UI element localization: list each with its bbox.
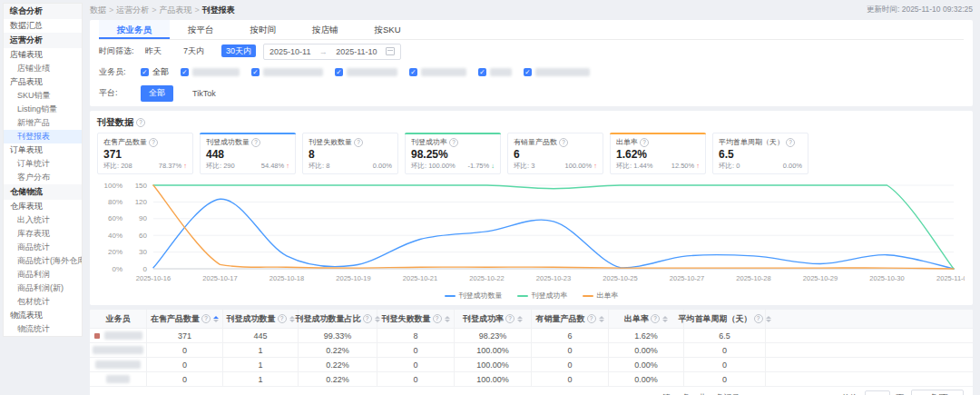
legend-item[interactable]: 刊登成功率 xyxy=(517,291,568,301)
column-header[interactable]: 在售产品数量? xyxy=(147,310,223,328)
svg-text:20%: 20% xyxy=(108,248,122,256)
line-chart[interactable]: 0%020%3040%6060%9080%120100%1502025-10-1… xyxy=(97,180,965,287)
column-header[interactable]: 平均首单周期（天）? xyxy=(684,310,766,328)
arrow-up-icon: ↑ xyxy=(284,162,289,170)
table-row[interactable]: 37144599.33%898.23%61.62%6.5 xyxy=(90,329,973,343)
table-cell: 0 xyxy=(377,358,455,371)
sidebar-item[interactable]: 订单统计 xyxy=(4,157,82,171)
tab-1[interactable]: 按平台 xyxy=(170,20,232,39)
sidebar-item[interactable]: 客户分布 xyxy=(4,171,82,184)
table-row[interactable]: 010.22%0100.00%00.00%0 xyxy=(90,343,973,358)
breadcrumb-item[interactable]: 产品表现 xyxy=(160,5,192,15)
stat-card-change-value: 78.37% xyxy=(159,162,181,170)
salesperson-checkbox[interactable]: ✓ xyxy=(409,68,466,76)
salesperson-filter-label: 业务员: xyxy=(99,66,141,78)
chart-legend: 刊登成功数量刊登成功率出单率 xyxy=(97,289,965,305)
salesperson-checkbox-list: ✓全部✓✓✓✓✓✓ xyxy=(141,66,602,78)
sort-icon[interactable] xyxy=(599,316,604,322)
column-header[interactable]: 刊登成功数量占比? xyxy=(299,310,377,328)
help-icon: ? xyxy=(587,314,596,323)
column-header[interactable]: 刊登成功率? xyxy=(455,310,532,328)
sidebar-item[interactable]: 店铺表现 xyxy=(4,48,82,62)
sidebar-item[interactable]: Listing销量 xyxy=(4,103,82,116)
stats-title: 刊登数据 xyxy=(97,116,133,129)
table-cell: 1 xyxy=(223,372,299,386)
sidebar-item[interactable]: 商品利润(新) xyxy=(4,281,82,295)
sidebar-item[interactable]: 产品表现 xyxy=(4,75,82,89)
column-header[interactable]: 有销量产品数? xyxy=(532,310,609,328)
salesperson-all-checkbox[interactable]: ✓全部 xyxy=(141,66,169,78)
sidebar-item[interactable]: 店铺业绩 xyxy=(4,62,82,75)
table-cell: 1.62% xyxy=(609,329,684,342)
legend-item[interactable]: 刊登成功数量 xyxy=(445,291,503,301)
svg-text:2025-10-29: 2025-10-29 xyxy=(803,274,838,282)
sidebar-item[interactable]: 数据汇总 xyxy=(4,19,82,33)
sort-icon[interactable] xyxy=(662,316,668,322)
table-cell: 0 xyxy=(532,372,609,386)
legend-item[interactable]: 出单率 xyxy=(583,291,619,301)
sidebar-item[interactable]: SKU销量 xyxy=(4,89,82,103)
salesperson-checkbox[interactable]: ✓ xyxy=(478,68,512,76)
sidebar-item[interactable]: 商品统计 xyxy=(4,241,82,254)
stat-card: 刊登失败数量?8环比: 80.00% xyxy=(302,133,398,174)
stat-card-label-row: 刊登失败数量? xyxy=(309,137,392,147)
table-cell: 98.23% xyxy=(455,329,532,342)
sidebar-item[interactable]: 商品统计(海外仓库) xyxy=(4,254,82,268)
stat-card-change: 0.00% xyxy=(373,162,392,171)
sidebar-item[interactable]: 订单表现 xyxy=(4,143,82,157)
tab-0[interactable]: 按业务员 xyxy=(99,20,170,39)
masked-name xyxy=(95,360,141,369)
tab-4[interactable]: 按SKU xyxy=(357,20,419,39)
sort-icon[interactable] xyxy=(213,316,219,322)
sidebar-item[interactable]: 商品利润 xyxy=(4,268,82,281)
svg-text:2025-10-22: 2025-10-22 xyxy=(469,274,504,282)
help-icon: ? xyxy=(449,138,458,147)
salesperson-checkbox[interactable]: ✓ xyxy=(251,68,323,76)
sidebar-item[interactable]: 物流表现 xyxy=(4,309,82,322)
platform-options: 全部TikTok xyxy=(141,85,224,102)
svg-text:60: 60 xyxy=(139,232,147,240)
table-cell: 0 xyxy=(532,358,609,371)
sort-icon[interactable] xyxy=(445,316,450,322)
sidebar-item[interactable]: 仓库表现 xyxy=(4,200,82,213)
platform-option[interactable]: 全部 xyxy=(141,85,173,102)
table-row[interactable]: 010.22%0100.00%00.00%0 xyxy=(90,372,973,387)
sort-icon[interactable] xyxy=(517,316,523,322)
salesperson-checkbox[interactable]: ✓ xyxy=(524,68,590,76)
tab-2[interactable]: 按时间 xyxy=(232,20,295,39)
platform-filter-row: 平台: 全部TikTok xyxy=(99,84,964,103)
tabs: 按业务员按平台按时间按店铺按SKU xyxy=(99,20,964,40)
time-option[interactable]: 昨天 xyxy=(141,44,166,57)
help-icon: ? xyxy=(363,314,372,323)
sidebar-item[interactable]: 库存表现 xyxy=(4,227,82,241)
table-cell: 445 xyxy=(223,329,299,342)
breadcrumb-item[interactable]: 运营分析 xyxy=(116,5,149,15)
table-row[interactable]: 010.22%0100.00%00.00%0 xyxy=(90,358,973,372)
goto-page-input[interactable] xyxy=(865,390,890,395)
sidebar-item-active[interactable]: 刊登报表 xyxy=(4,130,82,143)
time-option[interactable]: 30天内 xyxy=(221,44,256,57)
svg-text:2025-10-19: 2025-10-19 xyxy=(336,274,370,282)
tab-3[interactable]: 按店铺 xyxy=(294,20,357,39)
stat-card-change-value: 100.00% xyxy=(565,162,593,170)
sidebar-item[interactable]: 出入统计 xyxy=(4,213,82,227)
sort-icon[interactable] xyxy=(289,316,295,322)
breadcrumb-item[interactable]: 数据 xyxy=(90,5,106,15)
date-range-picker[interactable]: 2025-10-11 → 2025-11-10 xyxy=(263,44,401,60)
topbar: 数据>运营分析>产品表现>刊登报表 更新时间: 2025-11-10 09:32… xyxy=(90,0,973,20)
sidebar-item[interactable]: 新增产品 xyxy=(4,116,82,130)
time-option[interactable]: 7天内 xyxy=(179,44,209,57)
page-size-select[interactable]: 100条/页 ▼ xyxy=(911,390,964,395)
column-header[interactable]: 刊登失败数量? xyxy=(377,310,455,328)
sidebar-item[interactable]: 物流统计 xyxy=(4,322,82,336)
sidebar-item[interactable]: 包材统计 xyxy=(4,295,82,309)
stat-card-compare: 环比: 0 xyxy=(719,162,740,171)
column-header[interactable]: 出单率? xyxy=(609,310,684,328)
checkbox-checked-icon: ✓ xyxy=(478,68,486,76)
salesperson-checkbox[interactable]: ✓ xyxy=(181,68,240,76)
svg-text:40%: 40% xyxy=(108,232,122,240)
column-header-label: 刊登失败数量 xyxy=(382,313,431,325)
column-header[interactable]: 刊登成功数量? xyxy=(223,310,299,328)
salesperson-checkbox[interactable]: ✓ xyxy=(335,68,397,76)
platform-option[interactable]: TikTok xyxy=(184,86,224,100)
